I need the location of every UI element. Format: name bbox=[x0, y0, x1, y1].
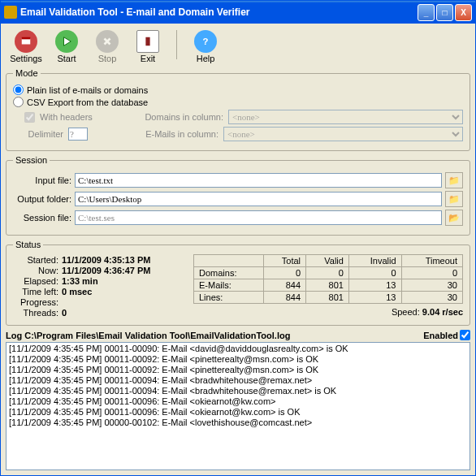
started-label: Started: bbox=[13, 255, 58, 265]
maximize-button[interactable]: □ bbox=[436, 4, 453, 21]
session-group: Session Input file: 📁 Output folder: 📁 S… bbox=[6, 155, 470, 236]
stats-table: TotalValidInvalidTimeout Domains:0000 E-… bbox=[193, 254, 463, 304]
input-file-label: Input file: bbox=[13, 175, 71, 185]
now-value: 11/1/2009 4:36:47 PM bbox=[62, 266, 150, 275]
speed-label: Speed: bbox=[392, 307, 420, 317]
input-file-field[interactable] bbox=[75, 173, 442, 188]
output-folder-label: Output folder: bbox=[13, 194, 71, 204]
window-title: Email Validation Tool - E-mail and Domai… bbox=[20, 6, 416, 18]
log-line: [11/1/2009 4:35:45 PM] 00000-00102: E-Ma… bbox=[9, 418, 467, 428]
speed-value: 9.04 r/sec bbox=[422, 307, 463, 317]
svg-rect-0 bbox=[22, 39, 31, 45]
mode-csv-label: CSV Export from the database bbox=[27, 97, 148, 107]
col-valid: Valid bbox=[306, 255, 349, 267]
now-label: Now: bbox=[13, 266, 58, 275]
settings-label: Settings bbox=[10, 54, 42, 63]
with-headers-checkbox bbox=[24, 112, 35, 123]
folder-open-icon: 📂 bbox=[448, 213, 460, 223]
progress-label: Progress: bbox=[13, 297, 58, 307]
help-icon: ? bbox=[194, 30, 217, 53]
svg-rect-1 bbox=[22, 37, 31, 40]
domains-col-label: Domains in column: bbox=[110, 112, 223, 122]
svg-marker-2 bbox=[64, 37, 71, 46]
emails-col-label: E-Mails in column: bbox=[93, 129, 219, 139]
folder-icon: 📁 bbox=[448, 175, 460, 186]
start-label: Start bbox=[57, 54, 76, 63]
stop-icon bbox=[96, 30, 119, 53]
log-line: [11/1/2009 4:35:45 PM] 00011-00096: E-Ma… bbox=[9, 396, 467, 407]
col-invalid: Invalid bbox=[348, 255, 401, 267]
svg-text:?: ? bbox=[203, 37, 209, 46]
session-file-label: Session file: bbox=[13, 213, 71, 223]
play-icon bbox=[55, 30, 78, 53]
close-button[interactable]: X bbox=[455, 4, 472, 21]
folder-icon: 📁 bbox=[448, 194, 460, 205]
started-value: 11/1/2009 4:35:13 PM bbox=[62, 255, 150, 265]
log-line: [11/1/2009 4:35:45 PM] 00011-00092: E-Ma… bbox=[9, 354, 467, 365]
elapsed-value: 1:33 min bbox=[62, 276, 98, 286]
log-line: [11/1/2009 4:35:45 PM] 00011-00096: E-Ma… bbox=[9, 407, 467, 418]
session-legend: Session bbox=[13, 155, 50, 165]
exit-label: Exit bbox=[141, 54, 155, 63]
browse-input-button[interactable]: 📁 bbox=[445, 172, 463, 188]
titlebar: Email Validation Tool - E-mail and Domai… bbox=[1, 1, 475, 24]
status-group: Status Started:11/1/2009 4:35:13 PM Now:… bbox=[6, 240, 470, 326]
app-icon bbox=[4, 6, 17, 19]
log-enabled-checkbox[interactable] bbox=[460, 330, 470, 340]
session-file-field bbox=[75, 210, 442, 225]
timeleft-label: Time left: bbox=[13, 287, 58, 296]
help-button[interactable]: ? Help bbox=[188, 30, 223, 63]
svg-rect-5 bbox=[145, 37, 149, 46]
mode-plain-label: Plain list of e-mails or domains bbox=[27, 85, 148, 95]
stop-label: Stop bbox=[98, 54, 117, 63]
mode-group: Mode Plain list of e-mails or domains CS… bbox=[6, 68, 470, 151]
log-line: [11/1/2009 4:35:45 PM] 00011-00090: E-Ma… bbox=[9, 344, 467, 354]
row-emails: E-Mails: bbox=[194, 279, 264, 292]
toolbar-separator bbox=[176, 30, 177, 59]
status-legend: Status bbox=[13, 240, 43, 249]
emails-col-select: <none> bbox=[223, 127, 463, 141]
log-line: [11/1/2009 4:35:45 PM] 00011-00094: E-Ma… bbox=[9, 386, 467, 396]
start-button[interactable]: Start bbox=[50, 30, 84, 63]
log-output[interactable]: [11/1/2009 4:35:45 PM] 00011-00090: E-Ma… bbox=[6, 342, 470, 470]
row-lines: Lines: bbox=[194, 292, 264, 304]
log-enabled-label: Enabled bbox=[423, 331, 458, 340]
minimize-button[interactable]: _ bbox=[418, 4, 435, 21]
domains-col-select: <none> bbox=[228, 110, 463, 124]
threads-label: Threads: bbox=[13, 308, 58, 318]
timeleft-value: 0 msec bbox=[62, 287, 92, 296]
delimiter-label: Delimiter bbox=[24, 129, 63, 139]
mode-legend: Mode bbox=[13, 68, 41, 78]
mode-plain-radio[interactable] bbox=[13, 84, 24, 95]
stop-button: Stop bbox=[90, 30, 124, 63]
elapsed-label: Elapsed: bbox=[13, 276, 58, 286]
mode-csv-radio[interactable] bbox=[13, 97, 24, 107]
col-total: Total bbox=[263, 255, 305, 267]
exit-button[interactable]: Exit bbox=[131, 30, 165, 63]
log-path: Log C:\Program Files\Email Validation To… bbox=[6, 331, 423, 340]
settings-icon bbox=[15, 30, 37, 53]
output-folder-field[interactable] bbox=[75, 192, 442, 206]
log-line: [11/1/2009 4:35:45 PM] 00011-00092: E-Ma… bbox=[9, 365, 467, 375]
col-timeout: Timeout bbox=[401, 255, 463, 267]
log-line: [11/1/2009 4:35:45 PM] 00011-00094: E-Ma… bbox=[9, 375, 467, 386]
help-label: Help bbox=[197, 54, 215, 63]
row-domains: Domains: bbox=[194, 267, 264, 279]
log-section: Log C:\Program Files\Email Validation To… bbox=[6, 330, 470, 470]
delimiter-input[interactable] bbox=[68, 128, 88, 141]
door-icon bbox=[136, 30, 159, 53]
settings-button[interactable]: Settings bbox=[9, 30, 43, 63]
threads-value: 0 bbox=[62, 308, 67, 318]
browse-session-button[interactable]: 📂 bbox=[445, 210, 463, 226]
toolbar: Settings Start Stop Exit ? Help bbox=[6, 28, 470, 68]
with-headers-label: With headers bbox=[40, 112, 105, 122]
browse-output-button[interactable]: 📁 bbox=[445, 191, 463, 207]
